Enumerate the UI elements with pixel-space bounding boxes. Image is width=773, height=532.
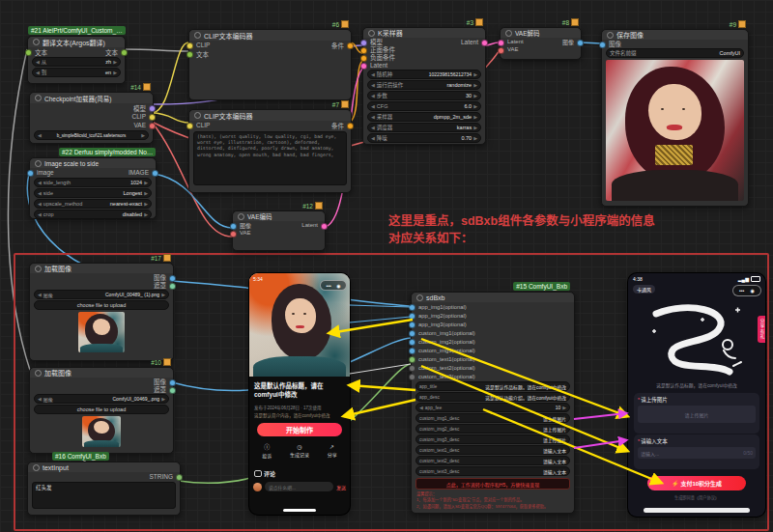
widget-filename-prefix[interactable]: 文件名前缀ComfyUI [606, 48, 744, 58]
node-title-bar[interactable]: sdBxb [412, 293, 574, 302]
pay-generate-button[interactable]: ⚡支付10积分生成 [647, 476, 746, 490]
custom-img1-input-slot[interactable] [409, 330, 415, 337]
close-circle-icon[interactable]: ◉ [336, 283, 340, 289]
combo-to[interactable]: ◀到en▶ [32, 68, 121, 77]
text-input-textarea[interactable]: 红头发 [32, 482, 176, 509]
combo-left-arrow-icon[interactable]: ◀ [371, 103, 375, 109]
string-output-slot[interactable] [176, 474, 183, 481]
more-icon[interactable]: ••• [739, 288, 744, 294]
widget-denoise[interactable]: ◀降噪0.70▶ [367, 133, 481, 143]
combo-image-file[interactable]: ◀图像ComfyUI_00469_.png▶ [34, 394, 169, 404]
combo-right-arrow-icon[interactable]: ▶ [473, 82, 477, 88]
combo-left-arrow-icon[interactable]: ◀ [371, 93, 375, 98]
combo-left-arrow-icon[interactable]: ◀ [371, 135, 375, 141]
combo-left-arrow-icon[interactable]: ◀ [36, 70, 40, 75]
image-input-slot[interactable] [599, 42, 606, 48]
mask-output-slot[interactable] [169, 283, 176, 290]
combo-left-arrow-icon[interactable]: ◀ [38, 132, 42, 138]
node-title-bar[interactable]: textInput [28, 462, 180, 472]
wire-clip-2[interactable] [152, 113, 188, 123]
share-reward-tag[interactable]: 分享有礼 [758, 316, 765, 343]
wire-clip-1[interactable] [152, 42, 188, 113]
widget-app-title[interactable]: app_title这是默认作品标题，请在comfyui中修改 [415, 381, 570, 391]
upload-image-box[interactable]: 请上传图片 [638, 406, 756, 423]
node-title-bar[interactable]: CLIP文本编码器 [189, 110, 351, 121]
collapse-dot-icon[interactable] [194, 112, 201, 119]
node-title-bar[interactable]: 保存图像 [602, 30, 748, 40]
node-clip-encode-positive[interactable]: #6 CLIP文本编码器 CLIP 条件 文本 [188, 29, 352, 100]
start-create-button[interactable]: 开始制作 [257, 423, 342, 436]
combo-left-arrow-icon[interactable]: ◀ [371, 71, 375, 77]
node-vae-decode[interactable]: #8 VAE解码 Latent 图像 VAE [500, 27, 582, 60]
node-title-bar[interactable]: Image scale to side [30, 158, 156, 168]
image-output-slot[interactable] [152, 170, 158, 177]
combo-right-arrow-icon[interactable]: ▶ [473, 93, 477, 98]
node-title-bar[interactable]: VAE编码 [233, 211, 325, 221]
app-img2-input-slot[interactable] [409, 313, 415, 320]
node-title-bar[interactable]: 翻译文本(Argos翻译) [28, 37, 125, 47]
clip-input-slot[interactable] [186, 42, 193, 49]
text-output-slot[interactable] [121, 49, 128, 56]
comment-input[interactable]: 说点什么吧... [265, 482, 333, 491]
latent-input-slot[interactable] [360, 63, 367, 70]
node-image-scale[interactable]: #22 Derfuu simply/modded No… Image scale… [29, 157, 157, 219]
combo-checkpoint[interactable]: ◀b_simpleBlicsld_tcof\21.safetensors▶ [34, 130, 149, 140]
custom-text2-input-slot[interactable] [409, 365, 415, 372]
text-input-box[interactable]: 请输入...0/50 [638, 447, 756, 459]
widget-cfg[interactable]: ◀CFG6.0▶ [367, 101, 481, 111]
combo-image-file[interactable]: ◀图像ComfyUI_00489_ (1).png▶ [34, 290, 169, 299]
combo-right-arrow-icon[interactable]: ▶ [113, 59, 117, 65]
combo-from[interactable]: ◀从zh▶ [32, 57, 121, 67]
clip-input-slot[interactable] [186, 123, 193, 129]
collapse-dot-icon[interactable] [35, 95, 42, 101]
combo-left-arrow-icon[interactable]: ◀ [419, 405, 423, 410]
node-load-image-1[interactable]: #17 加载图像 图像 遮罩 ◀图像ComfyUI_00489_ (1).png… [29, 263, 174, 361]
vae-input-slot[interactable] [230, 231, 237, 238]
node-clip-encode-negative[interactable]: #7 CLIP文本编码器 CLIP 条件 (hats), (worst qual… [188, 109, 352, 193]
combo-left-arrow-icon[interactable]: ◀ [38, 180, 42, 185]
negative-prompt-textarea[interactable]: (hats), (worst quality, low quality, cgi… [193, 131, 347, 185]
widget-app-desc[interactable]: app_desc这是默认功能介绍，请在comfyui中修改 [415, 392, 570, 402]
node-save-image[interactable]: #9 保存图像 图像 文件名前缀ComfyUI [601, 29, 749, 207]
choose-file-button[interactable]: choose file to upload [34, 300, 169, 310]
history-action[interactable]: ◷生成记录 [290, 443, 309, 458]
combo-left-arrow-icon[interactable]: ◀ [36, 59, 40, 65]
combo-right-arrow-icon[interactable]: ▶ [144, 180, 148, 185]
model-output-slot[interactable] [149, 105, 156, 112]
text-input-slot[interactable] [25, 49, 32, 56]
combo-right-arrow-icon[interactable]: ▶ [473, 114, 477, 120]
report-action[interactable]: ⓘ投诉 [262, 442, 272, 459]
node-sdbxb[interactable]: #15 ComfyUI_Bxb sdBxb app_img1(optional)… [411, 292, 575, 514]
combo-upscale-method[interactable]: ◀upscale_methodnearest-exact▶ [34, 199, 152, 209]
combo-left-arrow-icon[interactable]: ◀ [38, 201, 42, 207]
collapse-dot-icon[interactable] [416, 294, 423, 301]
widget-custom-img1-desc[interactable]: custom_img1_desc请上传图片 [415, 413, 570, 423]
node-title-bar[interactable]: Checkpoint加载器(简易) [30, 93, 153, 103]
choose-file-button[interactable]: choose file to upload [34, 405, 169, 414]
node-translate-text[interactable]: #21 AleiPrt/ComfyUI_Custom_… 翻译文本(Argos翻… [27, 36, 126, 84]
share-action[interactable]: ↗分享 [328, 443, 337, 458]
widget-sampler[interactable]: ◀采样器dpmpp_2m_sde▶ [367, 112, 481, 122]
wire-text-to-clipencode[interactable] [124, 49, 188, 51]
combo-left-arrow-icon[interactable]: ◀ [38, 190, 42, 196]
comfyui-canvas[interactable]: { "shared": { "clip_encoder_title": "CLI… [0, 0, 773, 532]
miniprogram-capsule[interactable]: •••◉ [320, 280, 347, 291]
node-load-image-2[interactable]: #10 加载图像 图像 遮罩 ◀图像ComfyUI_00469_.png▶ ch… [29, 367, 174, 454]
node-title-bar[interactable]: VAE解码 [501, 28, 581, 38]
combo-right-arrow-icon[interactable]: ▶ [144, 211, 148, 217]
custom-text3-input-slot[interactable] [409, 374, 415, 380]
combo-right-arrow-icon[interactable]: ▶ [141, 132, 145, 138]
combo-right-arrow-icon[interactable]: ▶ [562, 405, 566, 410]
custom-text1-input-slot[interactable] [409, 356, 415, 363]
image-input-slot[interactable] [27, 170, 34, 177]
more-icon[interactable]: ••• [326, 283, 330, 289]
combo-left-arrow-icon[interactable]: ◀ [38, 211, 42, 217]
combo-right-arrow-icon[interactable]: ▶ [473, 135, 477, 141]
combo-right-arrow-icon[interactable]: ▶ [144, 201, 148, 207]
node-checkpoint-loader[interactable]: #14 Checkpoint加载器(简易) 模型 CLIP VAE ◀b_sim… [29, 92, 154, 144]
collapse-dot-icon[interactable] [35, 266, 42, 272]
convert-workflow-button[interactable]: 点此，工作流转小程序和H5，方便快速变现 [415, 478, 570, 490]
combo-right-arrow-icon[interactable]: ▶ [161, 396, 165, 402]
node-title-bar[interactable]: CLIP文本编码器 [189, 30, 351, 41]
widget-steps[interactable]: ◀步数30▶ [367, 91, 481, 100]
